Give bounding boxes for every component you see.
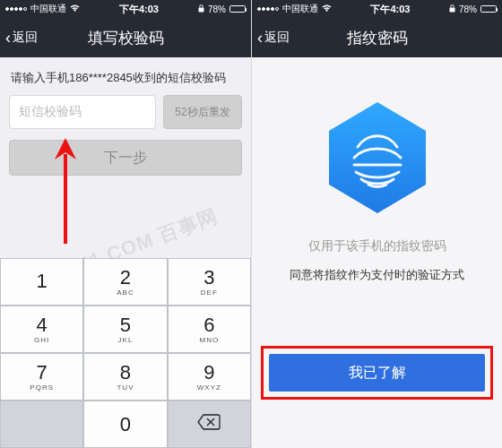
key-0[interactable]: 0 [83, 401, 167, 448]
next-button[interactable]: 下一步 [9, 140, 242, 176]
status-time: 下午4:03 [119, 3, 159, 16]
signal-dots-icon [5, 7, 27, 11]
key-1[interactable]: 1 [0, 258, 83, 306]
wifi-icon [322, 4, 332, 14]
caption-secondary: 同意将指纹作为支付时的验证方式 [290, 267, 464, 283]
nav-bar: ‹ 返回 填写校验码 [0, 18, 251, 57]
key-7[interactable]: 7PQRS [0, 353, 83, 401]
back-label: 返回 [13, 30, 38, 46]
status-time: 下午4:03 [370, 3, 410, 16]
caption-primary: 仅用于该手机的指纹密码 [308, 238, 446, 254]
key-3[interactable]: 3DEF [168, 258, 251, 306]
chevron-left-icon: ‹ [5, 30, 11, 46]
sms-code-input[interactable]: 短信校验码 [9, 95, 156, 129]
lock-icon [449, 4, 455, 14]
wifi-icon [70, 4, 80, 14]
annotation-highlight-box: 我已了解 [261, 346, 493, 400]
key-4[interactable]: 4GHI [0, 306, 83, 353]
svg-marker-2 [329, 102, 426, 213]
back-button[interactable]: ‹ 返回 [257, 30, 290, 46]
battery-icon [229, 5, 246, 13]
key-8[interactable]: 8TUV [83, 353, 167, 401]
resend-button[interactable]: 52秒后重发 [163, 95, 242, 129]
svg-rect-1 [449, 7, 454, 12]
battery-pct: 78% [459, 4, 477, 14]
key-6[interactable]: 6MNO [168, 306, 251, 353]
key-backspace[interactable] [168, 401, 251, 448]
battery-pct: 78% [208, 4, 226, 14]
confirm-button[interactable]: 我已了解 [269, 354, 485, 392]
status-bar: 中国联通 下午4:03 78% [0, 0, 251, 18]
carrier-label: 中国联通 [282, 3, 318, 15]
lock-icon [198, 4, 204, 14]
fingerprint-hex-icon [324, 99, 431, 217]
instruction-text: 请输入手机186****2845收到的短信校验码 [11, 70, 240, 86]
key-5[interactable]: 5JKL [83, 306, 167, 353]
carrier-label: 中国联通 [30, 3, 66, 15]
key-9[interactable]: 9WXYZ [168, 353, 251, 401]
page-title: 填写校验码 [88, 28, 164, 48]
key-blank [0, 401, 83, 448]
back-label: 返回 [264, 30, 290, 46]
signal-dots-icon [257, 7, 279, 11]
status-bar: 中国联通 下午4:03 78% [252, 0, 502, 18]
back-button[interactable]: ‹ 返回 [5, 30, 38, 46]
numeric-keypad: 1 2ABC 3DEF 4GHI 5JKL 6MNO 7PQRS 8TUV 9W… [0, 258, 251, 448]
svg-rect-0 [198, 7, 203, 12]
chevron-left-icon: ‹ [257, 30, 263, 46]
nav-bar: ‹ 返回 指纹密码 [252, 18, 502, 57]
page-title: 指纹密码 [347, 28, 408, 48]
key-2[interactable]: 2ABC [83, 258, 167, 306]
battery-icon [480, 5, 497, 13]
backspace-icon [197, 414, 221, 435]
